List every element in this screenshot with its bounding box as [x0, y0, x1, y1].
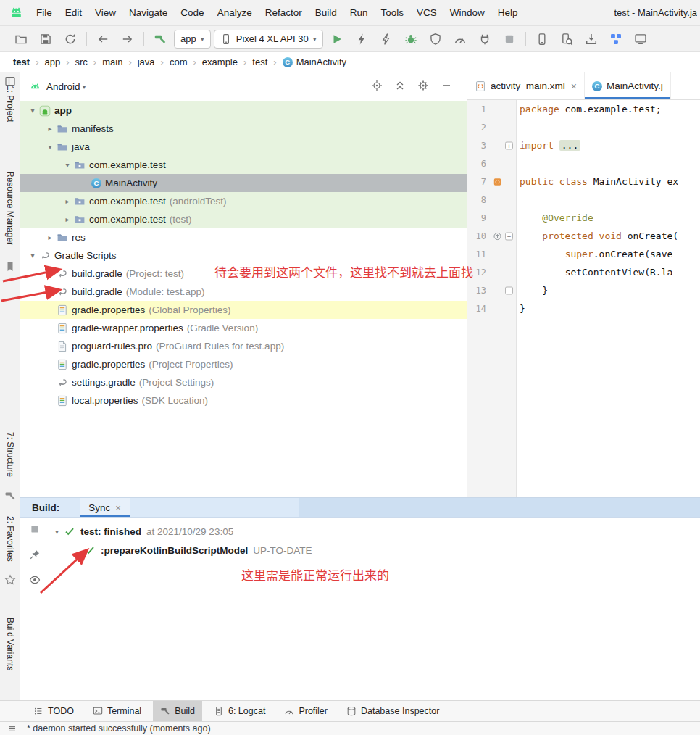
forward-button[interactable]	[117, 29, 138, 49]
menu-item-run[interactable]: Run	[343, 4, 375, 21]
menu-item-code[interactable]: Code	[174, 4, 210, 21]
tool-window-button-2-favorites[interactable]: 2: Favorites	[5, 516, 15, 562]
coverage-button[interactable]	[425, 29, 446, 49]
breadcrumb-item-test[interactable]: test	[251, 56, 269, 68]
project-structure-button[interactable]	[605, 29, 627, 49]
chevron-down-icon[interactable]: ▾	[26, 252, 39, 259]
editor-tab-mainactivity-j[interactable]: CMainActivity.j	[585, 72, 671, 99]
debug-button[interactable]	[400, 29, 422, 49]
tree-item-gradle-properties-project-properties[interactable]: gradle.properties(Project Properties)	[20, 355, 467, 373]
tool-window-button-6-logcat[interactable]: 6: Logcat	[207, 701, 272, 721]
apply-changes-button[interactable]	[351, 29, 372, 49]
fold-minus-icon[interactable]: −	[505, 232, 513, 240]
open-folder-button[interactable]	[10, 29, 32, 49]
build-tab-sync[interactable]: Sync ×	[80, 498, 130, 517]
tool-window-button-7-structure[interactable]: 7: Structure	[5, 432, 15, 477]
tree-item-com-example-test-test[interactable]: ▸com.example.test(test)	[20, 210, 467, 228]
tool-window-button-resource-manager[interactable]: Resource Manager	[5, 171, 15, 245]
tree-item-proguard-rules-pro-proguard-rules-for-test-app[interactable]: proguard-rules.pro(ProGuard Rules for te…	[20, 337, 467, 355]
tool-window-button-profiler[interactable]: Profiler	[277, 701, 335, 721]
collapse-all-button[interactable]	[394, 80, 406, 94]
stop-button[interactable]	[29, 523, 41, 537]
tree-item-app[interactable]: ▾app	[20, 101, 467, 120]
tree-item-settings-gradle-project-settings[interactable]: settings.gradle(Project Settings)	[20, 373, 467, 391]
tree-item-java[interactable]: ▾java	[20, 138, 467, 156]
chevron-right-icon[interactable]: ▸	[61, 197, 74, 205]
menu-item-tools[interactable]: Tools	[375, 4, 411, 21]
tree-item-gradle-wrapper-properties-gradle-version[interactable]: gradle-wrapper.properties(Gradle Version…	[20, 319, 467, 337]
chevron-down-icon[interactable]: ▾	[61, 161, 74, 169]
breadcrumb-item-com[interactable]: com	[168, 56, 189, 68]
tree-item-build-gradle-module-test-app[interactable]: build.gradle(Module: test.app)	[20, 283, 467, 301]
close-tab-icon[interactable]: ×	[115, 502, 121, 513]
tool-window-button-build-variants[interactable]: Build Variants	[5, 618, 15, 670]
tree-item-com-example-test[interactable]: ▾com.example.test	[20, 156, 467, 174]
attach-debugger-button[interactable]	[474, 29, 496, 49]
tree-item-mainactivity[interactable]: CMainActivity	[20, 174, 467, 192]
breadcrumb-item-java[interactable]: java	[136, 56, 157, 68]
menu-icon[interactable]	[7, 724, 17, 734]
back-button[interactable]	[92, 29, 114, 49]
close-tab-icon[interactable]: ×	[571, 80, 577, 92]
run-config-select[interactable]: app▾	[174, 30, 211, 49]
chevron-right-icon[interactable]: ▸	[61, 215, 74, 223]
chevron-right-icon[interactable]: ▸	[43, 125, 57, 133]
stop-button[interactable]	[499, 29, 520, 49]
breadcrumb-item-test[interactable]: test	[12, 56, 31, 68]
sync-button[interactable]	[59, 29, 81, 49]
layout-inspector-button[interactable]	[556, 29, 578, 49]
fold-minus-icon[interactable]: −	[505, 286, 513, 294]
bookmark-icon[interactable]	[4, 261, 16, 273]
build-row[interactable]: :prepareKotlinBuildScriptModelUP-TO-DATE	[20, 541, 700, 560]
menu-item-vcs[interactable]: VCS	[410, 4, 443, 21]
tool-window-button-build[interactable]: Build	[153, 701, 202, 721]
star-icon[interactable]	[4, 574, 16, 586]
locate-button[interactable]	[371, 80, 383, 94]
breadcrumb-item-example[interactable]: example	[201, 56, 239, 68]
breadcrumb-item-main[interactable]: main	[101, 56, 124, 68]
chevron-down-icon[interactable]: ▾	[43, 143, 57, 151]
tree-item-manifests[interactable]: ▸manifests	[20, 120, 467, 138]
build-row[interactable]: ▾test: finishedat 2021/10/29 23:05	[20, 522, 700, 541]
menu-item-refactor[interactable]: Refactor	[259, 4, 309, 21]
tree-item-gradle-properties-global-properties[interactable]: gradle.properties(Global Properties)	[20, 301, 467, 319]
menu-item-build[interactable]: Build	[309, 4, 343, 21]
breadcrumb-item-app[interactable]: app	[43, 56, 62, 68]
save-all-button[interactable]	[35, 29, 57, 49]
settings-button[interactable]	[417, 80, 429, 94]
profiler-button[interactable]	[449, 29, 471, 49]
editor-tab-activity-main-xml[interactable]: activity_main.xml×	[467, 72, 585, 99]
menu-item-analyze[interactable]: Analyze	[211, 4, 259, 21]
pin-button[interactable]	[29, 549, 41, 562]
tool-window-button-1-project[interactable]: 1: Project	[5, 86, 15, 122]
menu-item-navigate[interactable]: Navigate	[122, 4, 174, 21]
tree-item-res[interactable]: ▸res	[20, 228, 467, 246]
chevron-right-icon[interactable]: ▸	[43, 233, 57, 241]
run-button[interactable]	[326, 29, 348, 49]
sdk-manager-button[interactable]	[580, 29, 602, 49]
tool-window-button-todo[interactable]: TODO	[26, 701, 81, 721]
menu-item-edit[interactable]: Edit	[59, 4, 88, 21]
device-select[interactable]: Pixel 4 XL API 30▾	[214, 30, 323, 49]
menu-item-window[interactable]: Window	[443, 4, 491, 21]
project-view-selector[interactable]: Android	[46, 81, 80, 92]
hide-button[interactable]	[441, 80, 452, 94]
eye-button[interactable]	[29, 574, 41, 588]
apply-code-changes-button[interactable]	[375, 29, 397, 49]
menu-item-view[interactable]: View	[88, 4, 122, 21]
build-hammer-button[interactable]	[149, 29, 171, 49]
menu-item-help[interactable]: Help	[491, 4, 525, 21]
tree-item-com-example-test-androidtest[interactable]: ▸com.example.test(androidTest)	[20, 192, 467, 210]
tree-item-local-properties-sdk-location[interactable]: local.properties(SDK Location)	[20, 391, 467, 410]
breadcrumb-item-src[interactable]: src	[74, 56, 89, 68]
fold-plus-icon[interactable]: +	[505, 141, 513, 149]
emulator-button[interactable]	[630, 29, 651, 49]
chevron-down-icon[interactable]: ▾	[55, 528, 59, 536]
menu-item-file[interactable]: File	[30, 4, 59, 21]
build-icon[interactable]	[4, 490, 16, 502]
code-editor[interactable]: 1package com.example.test;23+import ...6…	[467, 100, 700, 497]
chevron-down-icon[interactable]: ▾	[26, 107, 39, 115]
tool-window-button-database-inspector[interactable]: Database Inspector	[339, 701, 446, 721]
device-manager-button[interactable]	[531, 29, 553, 49]
breadcrumb-item-mainactivity[interactable]: CMainActivity	[281, 56, 348, 68]
